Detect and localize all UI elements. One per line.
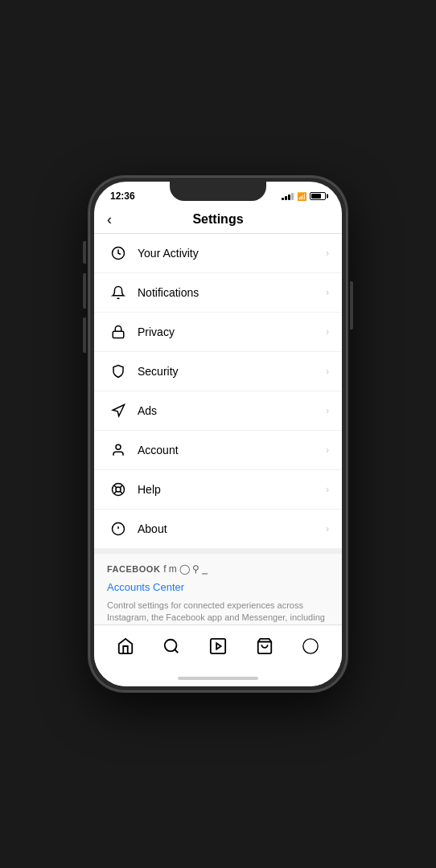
- home-bar: [178, 677, 258, 680]
- your-activity-label: Your Activity: [138, 247, 326, 260]
- settings-item-help[interactable]: Help ›: [94, 470, 342, 510]
- nav-reels[interactable]: [204, 632, 232, 661]
- search-icon: [162, 637, 180, 655]
- chevron-icon: ›: [326, 287, 329, 298]
- settings-section: Your Activity › Notifications › Privacy …: [94, 234, 342, 549]
- accounts-center-link[interactable]: Accounts Center: [107, 581, 329, 593]
- notch: [170, 182, 266, 201]
- help-label: Help: [138, 483, 326, 496]
- chevron-icon: ›: [326, 248, 329, 259]
- your-activity-icon: [107, 242, 130, 264]
- settings-item-about[interactable]: About ›: [94, 510, 342, 549]
- facebook-section: FACEBOOK f m ◯ ⚲ ⎯ Accounts Center Contr…: [94, 549, 342, 624]
- power-button: [350, 281, 353, 330]
- settings-item-account[interactable]: Account ›: [94, 431, 342, 470]
- settings-item-ads[interactable]: Ads ›: [94, 391, 342, 431]
- notifications-icon: [107, 281, 130, 304]
- battery-icon: [310, 192, 326, 200]
- facebook-brand-icons: f m ◯ ⚲ ⎯: [163, 563, 207, 575]
- phone-screen: 12:36 📶 ‹ Settings: [94, 182, 342, 686]
- messenger-icon: m: [169, 563, 177, 575]
- settings-header: ‹ Settings: [94, 207, 342, 234]
- wifi-icon: 📶: [297, 192, 306, 201]
- chevron-icon: ›: [326, 405, 329, 416]
- reels-icon: [209, 637, 227, 655]
- svg-line-7: [120, 485, 122, 488]
- svg-line-5: [114, 485, 117, 488]
- shop-icon: [256, 637, 274, 655]
- nav-shop[interactable]: [250, 632, 279, 661]
- nav-search[interactable]: [157, 632, 186, 661]
- signal-icon: [282, 192, 294, 200]
- nav-home[interactable]: [111, 632, 140, 661]
- privacy-label: Privacy: [138, 326, 326, 338]
- help-icon: [107, 478, 130, 501]
- svg-line-6: [120, 491, 122, 493]
- portal-icon: ⎯: [202, 563, 208, 575]
- whatsapp-icon: ⚲: [192, 563, 199, 575]
- svg-rect-1: [113, 331, 124, 338]
- privacy-icon: [107, 321, 130, 343]
- back-button[interactable]: ‹: [107, 211, 112, 228]
- facebook-header: FACEBOOK f m ◯ ⚲ ⎯: [107, 563, 329, 575]
- chevron-icon: ›: [326, 523, 329, 534]
- facebook-icon: f: [163, 563, 166, 575]
- chevron-icon: ›: [326, 444, 329, 456]
- volume-up-button: [83, 273, 86, 309]
- settings-content: Your Activity › Notifications › Privacy …: [94, 234, 342, 624]
- profile-icon: [302, 637, 319, 655]
- facebook-title: FACEBOOK: [107, 564, 160, 574]
- chevron-icon: ›: [326, 484, 329, 495]
- chevron-icon: ›: [326, 326, 329, 338]
- chevron-icon: ›: [326, 366, 329, 377]
- bottom-navigation: [94, 624, 342, 670]
- security-label: Security: [138, 365, 326, 378]
- settings-item-notifications[interactable]: Notifications ›: [94, 273, 342, 313]
- settings-item-privacy[interactable]: Privacy ›: [94, 313, 342, 352]
- mute-button: [83, 241, 86, 264]
- account-label: Account: [138, 444, 326, 457]
- status-icons: 📶: [282, 192, 326, 201]
- instagram-icon: ◯: [179, 563, 190, 575]
- about-icon: [107, 518, 130, 540]
- home-icon: [117, 637, 134, 655]
- svg-point-12: [165, 640, 177, 652]
- status-time: 12:36: [110, 190, 135, 202]
- page-title: Settings: [192, 212, 243, 227]
- ads-icon: [107, 399, 130, 422]
- svg-marker-15: [216, 643, 221, 649]
- settings-item-your-activity[interactable]: Your Activity ›: [94, 234, 342, 273]
- settings-item-security[interactable]: Security ›: [94, 352, 342, 391]
- svg-point-17: [303, 639, 318, 653]
- facebook-description: Control settings for connected experienc…: [107, 600, 329, 624]
- notifications-label: Notifications: [138, 286, 326, 299]
- svg-point-2: [116, 444, 121, 449]
- svg-point-4: [116, 487, 121, 492]
- nav-profile[interactable]: [296, 632, 325, 661]
- phone-frame: 12:36 📶 ‹ Settings: [89, 177, 347, 691]
- about-label: About: [138, 522, 326, 535]
- account-icon: [107, 439, 130, 461]
- volume-down-button: [83, 317, 86, 353]
- svg-line-8: [114, 491, 117, 493]
- ads-label: Ads: [138, 404, 326, 417]
- svg-rect-14: [211, 639, 225, 653]
- home-indicator: [94, 670, 342, 686]
- security-icon: [107, 360, 130, 383]
- svg-line-13: [175, 649, 179, 653]
